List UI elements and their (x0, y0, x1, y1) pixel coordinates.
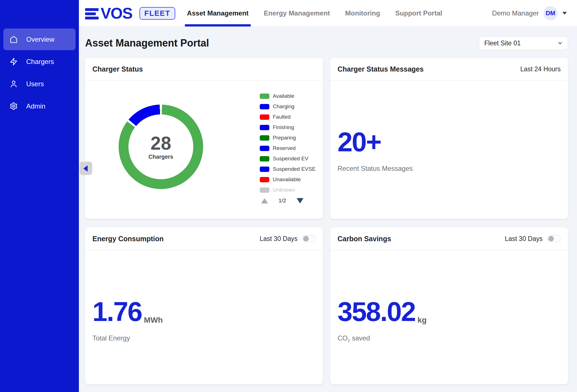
card-header: Charger Status Messages Last 24 Hours (330, 58, 568, 81)
evos-logo: VOS (85, 5, 132, 21)
nav-tab-asset-management[interactable]: Asset Management (185, 0, 251, 26)
chevron-down-icon[interactable] (562, 12, 567, 15)
active-tab-underline (185, 24, 251, 26)
card-meta: Last 24 Hours (520, 65, 561, 73)
legend-swatch (260, 94, 269, 99)
legend-swatch (260, 135, 269, 141)
energy-body: 1.76MWh Total Energy (85, 250, 323, 384)
pager-up-icon[interactable] (261, 198, 268, 203)
status-messages-value: 20+ (338, 129, 413, 156)
legend-label: Reserved (273, 145, 296, 151)
sidebar-item-chargers[interactable]: Chargers (3, 51, 76, 72)
avatar[interactable]: DM (543, 6, 558, 20)
nav-tab-support-portal[interactable]: Support Portal (393, 0, 445, 26)
carbon-body: 358.02kg CO2 saved (330, 250, 568, 384)
legend-item-charging[interactable]: Charging (260, 104, 316, 109)
legend-item-unknown[interactable]: Unknown (260, 187, 316, 193)
page-content: Asset Management Portal Fleet Site 01 Ch… (79, 27, 577, 384)
gear-icon (10, 102, 18, 110)
sidebar-item-label: Users (26, 80, 44, 88)
card-title: Energy Consumption (92, 235, 164, 243)
legend-swatch (260, 156, 269, 161)
zap-icon (10, 57, 18, 66)
carbon-caption-prefix: CO (338, 334, 348, 342)
carbon-caption-suffix: saved (352, 334, 370, 342)
energy-stat: 1.76MWh Total Energy (92, 298, 163, 342)
card-meta-group: Last 30 Days (260, 235, 316, 243)
legend-item-faulted[interactable]: Faulted (260, 114, 316, 120)
legend-swatch (260, 114, 269, 120)
charger-status-card: Charger Status 28 Chargers A (85, 58, 323, 219)
charger-status-messages-card: Charger Status Messages Last 24 Hours 20… (330, 58, 568, 219)
nav-tab-label: Energy Management (264, 9, 330, 17)
nav-tab-monitoring[interactable]: Monitoring (343, 0, 382, 26)
sidebar-item-label: Chargers (26, 58, 54, 66)
evos-logo-e-bars (85, 7, 99, 19)
site-selector-dropdown[interactable]: Fleet Site 01 (479, 36, 568, 50)
card-header: Energy Consumption Last 30 Days (85, 227, 323, 250)
card-title: Carbon Savings (338, 235, 391, 243)
user-name: Demo Manager (492, 9, 539, 17)
nav-tab-label: Asset Management (187, 9, 249, 17)
main-area: VOS FLEET Asset Management Energy Manage… (79, 0, 577, 392)
nav-tab-label: Monitoring (345, 9, 380, 17)
evos-logo-text: VOS (101, 5, 132, 21)
card-meta-group: Last 30 Days (505, 235, 561, 243)
donut-total-label: Chargers (148, 154, 173, 160)
site-selector-value: Fleet Site 01 (484, 39, 521, 47)
carbon-stat: 358.02kg CO2 saved (338, 298, 427, 343)
charger-status-donut: 28 Chargers (119, 105, 203, 189)
user-menu[interactable]: Demo Manager DM (492, 6, 567, 20)
legend-item-finishing[interactable]: Finishing (260, 125, 316, 130)
carbon-caption-sub: 2 (348, 338, 350, 343)
sidebar-collapse-button[interactable] (80, 162, 92, 175)
legend-label: Charging (273, 103, 294, 110)
pager-down-icon[interactable] (297, 198, 303, 203)
legend-label: Unknown (273, 187, 295, 193)
legend-label: Unavailable (273, 176, 301, 183)
legend-swatch (260, 146, 269, 151)
sidebar: Overview Chargers Users Admin (0, 0, 79, 392)
period-toggle[interactable] (302, 235, 316, 242)
top-nav: Asset Management Energy Management Monit… (185, 0, 445, 26)
energy-value: 1.76MWh (92, 298, 163, 325)
card-title: Charger Status (92, 65, 143, 73)
legend-swatch (260, 167, 269, 172)
legend-item-preparing[interactable]: Preparing (260, 135, 316, 141)
chevron-down-icon (557, 40, 563, 46)
legend-item-available[interactable]: Available (260, 93, 316, 99)
app-root: Overview Chargers Users Admin VOS FLEET … (0, 0, 577, 392)
legend-pager: 1/2 (261, 198, 303, 204)
legend-swatch (260, 104, 269, 109)
card-title: Charger Status Messages (338, 65, 424, 73)
sidebar-item-label: Admin (26, 102, 45, 110)
sidebar-item-users[interactable]: Users (3, 73, 76, 95)
user-icon (10, 80, 18, 88)
status-messages-stat: 20+ Recent Status Messages (338, 129, 413, 172)
chevron-left-icon (83, 165, 88, 172)
energy-caption: Total Energy (92, 334, 163, 342)
nav-tab-energy-management[interactable]: Energy Management (261, 0, 332, 26)
legend-swatch (260, 187, 269, 193)
energy-number: 1.76 (92, 296, 142, 327)
legend-label: Suspended EVSE (273, 166, 316, 172)
legend-item-reserved[interactable]: Reserved (260, 145, 316, 151)
card-header: Charger Status (85, 58, 323, 81)
top-navigation-bar: VOS FLEET Asset Management Energy Manage… (79, 0, 577, 27)
sidebar-item-label: Overview (26, 36, 54, 43)
toggle-knob (303, 236, 309, 242)
donut-center: 28 Chargers (128, 114, 193, 179)
page-header-row: Asset Management Portal Fleet Site 01 (85, 36, 568, 50)
legend-item-suspended-evse[interactable]: Suspended EVSE (260, 166, 316, 172)
legend-item-suspended-ev[interactable]: Suspended EV (260, 156, 316, 161)
fleet-badge: FLEET (139, 7, 175, 20)
donut-total-value: 28 (150, 134, 171, 152)
charger-status-body: 28 Chargers Available Charging (85, 81, 323, 219)
period-toggle[interactable] (547, 235, 561, 242)
nav-tab-label: Support Portal (395, 9, 442, 17)
carbon-unit: kg (418, 316, 427, 324)
sidebar-item-overview[interactable]: Overview (3, 28, 76, 50)
sidebar-item-admin[interactable]: Admin (3, 95, 76, 117)
legend-item-unavailable[interactable]: Unavailable (260, 177, 316, 182)
legend-label: Finishing (273, 124, 294, 130)
